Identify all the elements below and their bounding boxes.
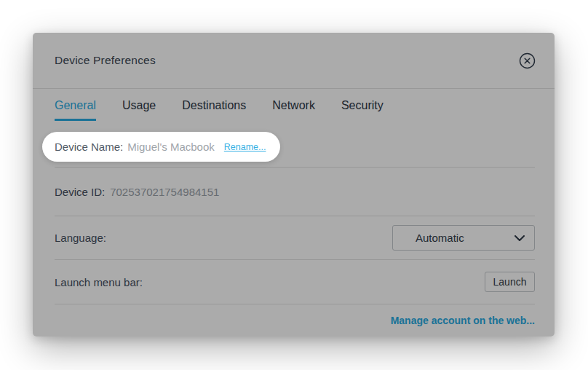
device-name-value: Miguel's Macbook	[127, 141, 215, 153]
device-name-label: Device Name:	[55, 141, 123, 153]
rename-link[interactable]: Rename...	[224, 142, 266, 152]
dim-overlay	[33, 33, 555, 336]
device-name-row: Device Name: Miguel's Macbook Rename...	[42, 132, 280, 162]
screen: Device Preferences General Usage Destina…	[0, 0, 588, 370]
device-preferences-dialog: Device Preferences General Usage Destina…	[33, 33, 555, 336]
